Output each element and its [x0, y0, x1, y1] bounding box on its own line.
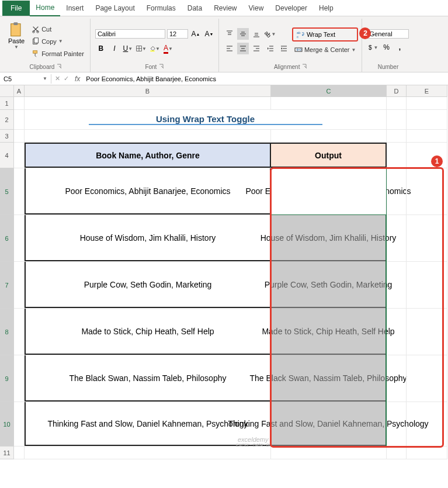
colhead-e[interactable]: E — [407, 85, 447, 97]
cell-a2[interactable] — [14, 110, 25, 129]
cell-d2[interactable] — [387, 110, 407, 129]
cell-e5[interactable] — [407, 168, 447, 214]
tab-view[interactable]: View — [243, 1, 270, 16]
cell-d10[interactable] — [387, 402, 407, 446]
colhead-a[interactable]: A — [14, 85, 25, 97]
cell-e7[interactable] — [407, 262, 447, 308]
cell-e11[interactable] — [407, 447, 447, 459]
tab-insert[interactable]: Insert — [60, 1, 89, 16]
align-center-button[interactable] — [237, 43, 249, 54]
underline-button[interactable]: U▼ — [122, 43, 134, 54]
rowhead-6[interactable]: 6 — [0, 215, 14, 262]
tab-home[interactable]: Home — [30, 0, 60, 16]
align-top-button[interactable] — [224, 28, 235, 40]
cell-b8[interactable]: Made to Stick, Chip Heath, Self Help — [25, 309, 271, 355]
cell-a8[interactable] — [14, 309, 25, 355]
rowhead-10[interactable]: 10 — [0, 402, 14, 447]
borders-button[interactable]: ▼ — [136, 43, 147, 54]
rowhead-2[interactable]: 2 — [0, 110, 14, 130]
cell-b9[interactable]: The Black Swan, Nassim Taleb, Philosophy — [25, 355, 271, 402]
font-size-input[interactable] — [167, 29, 188, 39]
cell-c7[interactable]: Purple Cow, Seth Godin, Marketing — [271, 262, 387, 308]
cell-a9[interactable] — [14, 355, 25, 402]
cell-a1[interactable] — [14, 97, 25, 109]
header-book[interactable]: Book Name, Author, Genre — [25, 143, 271, 168]
rowhead-4[interactable]: 4 — [0, 143, 14, 168]
tab-data[interactable]: Data — [182, 1, 208, 16]
increase-indent-button[interactable] — [278, 43, 290, 54]
bold-button[interactable]: B — [95, 43, 107, 54]
italic-button[interactable]: I — [109, 43, 120, 54]
cell-e6[interactable] — [407, 215, 447, 261]
font-launcher-icon[interactable] — [159, 64, 165, 70]
cell-e9[interactable] — [407, 355, 447, 402]
cell-d6[interactable] — [387, 215, 407, 261]
cell-e10[interactable] — [407, 402, 447, 446]
cell-e2[interactable] — [407, 110, 447, 129]
decrease-font-button[interactable]: A▼ — [203, 28, 215, 40]
rowhead-1[interactable]: 1 — [0, 97, 14, 110]
cell-b3[interactable] — [25, 130, 271, 142]
cell-b1[interactable] — [25, 97, 271, 109]
rowhead-8[interactable]: 8 — [0, 309, 14, 355]
number-format-select[interactable] — [367, 29, 409, 39]
cell-b11[interactable] — [25, 447, 271, 459]
cell-a10[interactable] — [14, 402, 25, 446]
name-box[interactable]: C5▼ — [0, 74, 51, 84]
cell-c10[interactable]: Thinking Fast and Slow, Daniel Kahneman,… — [271, 402, 387, 446]
cell-c6[interactable]: House of Wisdom, Jim Khalili, History — [271, 215, 387, 261]
colhead-c[interactable]: C — [271, 85, 387, 97]
decrease-indent-button[interactable] — [265, 43, 276, 54]
tab-page-layout[interactable]: Page Layout — [89, 1, 140, 16]
cell-a3[interactable] — [14, 130, 25, 142]
cell-c5[interactable]: Poor Economics, Abhijit Banarjee, Econom… — [271, 168, 387, 214]
rowhead-9[interactable]: 9 — [0, 355, 14, 402]
align-bottom-button[interactable] — [251, 28, 262, 40]
wrap-text-button[interactable]: abc Wrap Text 2 — [292, 27, 359, 41]
accounting-format-button[interactable]: $▼ — [367, 41, 378, 53]
cancel-formula-icon[interactable]: ✕ — [55, 75, 60, 82]
cell-d11[interactable] — [387, 447, 407, 459]
cell-c1[interactable] — [271, 97, 387, 109]
tab-file[interactable]: File — [2, 1, 30, 16]
percent-format-button[interactable]: % — [380, 41, 392, 53]
cell-a6[interactable] — [14, 215, 25, 261]
cell-a4[interactable] — [14, 143, 25, 168]
alignment-launcher-icon[interactable] — [302, 64, 308, 70]
tab-developer[interactable]: Developer — [269, 1, 313, 16]
cell-d5[interactable] — [387, 168, 407, 214]
align-right-button[interactable] — [251, 43, 262, 54]
rowhead-7[interactable]: 7 — [0, 262, 14, 309]
cell-a7[interactable] — [14, 262, 25, 308]
increase-font-button[interactable]: A▲ — [190, 28, 202, 40]
format-painter-button[interactable]: Format Painter — [29, 49, 86, 59]
fx-icon[interactable]: fx — [72, 75, 82, 83]
cell-d8[interactable] — [387, 309, 407, 355]
fill-color-button[interactable]: ▼ — [149, 43, 161, 54]
rowhead-5[interactable]: 5 — [0, 168, 14, 215]
cell-d1[interactable] — [387, 97, 407, 109]
rowhead-3[interactable]: 3 — [0, 130, 14, 143]
colhead-d[interactable]: D — [387, 85, 407, 97]
font-name-input[interactable] — [95, 29, 165, 39]
colhead-b[interactable]: B — [25, 85, 271, 97]
align-left-button[interactable] — [224, 43, 235, 54]
cell-c8[interactable]: Made to Stick, Chip Heath, Self Help — [271, 309, 387, 355]
align-middle-button[interactable] — [237, 28, 249, 40]
cell-b6[interactable]: House of Wisdom, Jim Khalili, History — [25, 215, 271, 261]
cell-d3[interactable] — [387, 130, 407, 142]
worksheet-grid[interactable]: Using Wrap Text Toggle Book Name, Author… — [14, 97, 447, 459]
comma-format-button[interactable]: , — [394, 41, 405, 53]
cell-e1[interactable] — [407, 97, 447, 109]
cell-c11[interactable] — [271, 447, 387, 459]
cell-b5[interactable]: Poor Economics, Abhijit Banarjee, Econom… — [25, 168, 271, 214]
cell-d4[interactable] — [387, 143, 407, 168]
paste-button[interactable]: Paste ▼ — [6, 19, 27, 64]
cell-a11[interactable] — [14, 447, 25, 459]
copy-button[interactable]: Copy ▼ — [29, 36, 86, 47]
font-color-button[interactable]: A▼ — [162, 43, 174, 54]
orientation-button[interactable]: ab▼ — [265, 28, 276, 40]
cell-e3[interactable] — [407, 130, 447, 142]
cell-c9[interactable]: The Black Swan, Nassim Taleb, Philosophy — [271, 355, 387, 402]
formula-input[interactable]: Poor Economics, Abhijit Banarjee, Econom… — [82, 74, 448, 84]
